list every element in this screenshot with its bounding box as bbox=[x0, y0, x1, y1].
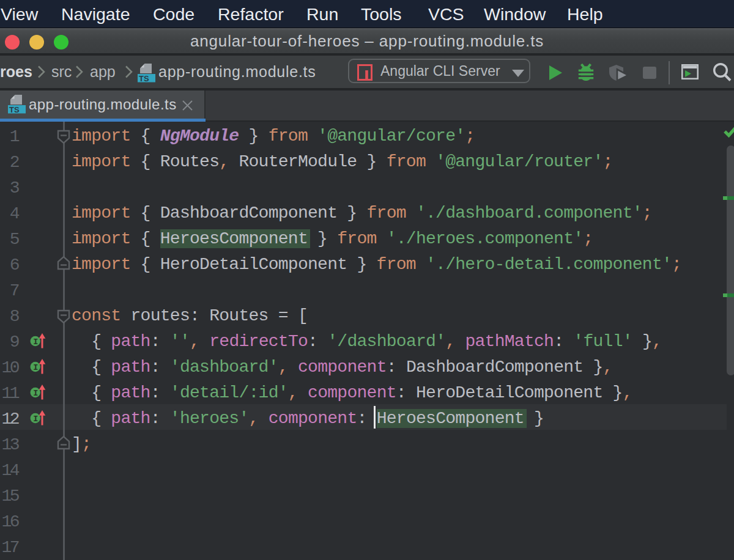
svg-text:TS: TS bbox=[9, 105, 20, 114]
svg-text:I: I bbox=[33, 414, 38, 424]
svg-text:I: I bbox=[33, 337, 38, 347]
svg-text:I: I bbox=[33, 363, 38, 372]
svg-text:I: I bbox=[33, 389, 38, 398]
svg-text:TS: TS bbox=[139, 74, 149, 83]
